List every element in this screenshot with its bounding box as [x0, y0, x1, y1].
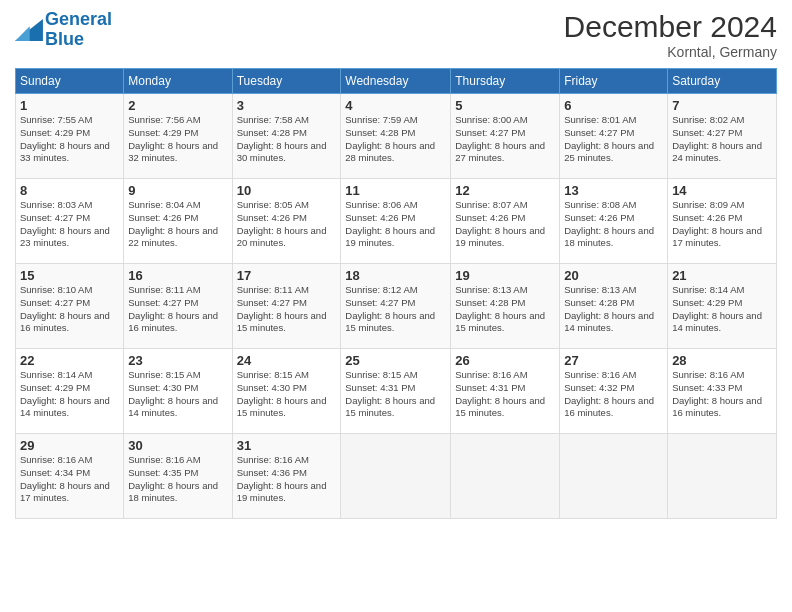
table-row: 21 Sunrise: 8:14 AM Sunset: 4:29 PM Dayl…	[668, 264, 777, 349]
day-info: Sunrise: 8:13 AM Sunset: 4:28 PM Dayligh…	[455, 284, 555, 335]
table-row: 7 Sunrise: 8:02 AM Sunset: 4:27 PM Dayli…	[668, 94, 777, 179]
header: General Blue December 2024 Korntal, Germ…	[15, 10, 777, 60]
day-number: 31	[237, 438, 337, 453]
table-row: 28 Sunrise: 8:16 AM Sunset: 4:33 PM Dayl…	[668, 349, 777, 434]
logo-text: General Blue	[45, 10, 112, 50]
day-info: Sunrise: 8:03 AM Sunset: 4:27 PM Dayligh…	[20, 199, 119, 250]
day-number: 20	[564, 268, 663, 283]
logo-icon	[15, 19, 43, 41]
calendar-container: General Blue December 2024 Korntal, Germ…	[0, 0, 792, 612]
header-monday: Monday	[124, 69, 232, 94]
day-info: Sunrise: 8:00 AM Sunset: 4:27 PM Dayligh…	[455, 114, 555, 165]
month-title: December 2024	[564, 10, 777, 44]
table-row: 11 Sunrise: 8:06 AM Sunset: 4:26 PM Dayl…	[341, 179, 451, 264]
day-number: 9	[128, 183, 227, 198]
day-info: Sunrise: 8:11 AM Sunset: 4:27 PM Dayligh…	[237, 284, 337, 335]
table-row: 17 Sunrise: 8:11 AM Sunset: 4:27 PM Dayl…	[232, 264, 341, 349]
day-number: 25	[345, 353, 446, 368]
day-number: 12	[455, 183, 555, 198]
day-info: Sunrise: 8:08 AM Sunset: 4:26 PM Dayligh…	[564, 199, 663, 250]
day-number: 1	[20, 98, 119, 113]
day-info: Sunrise: 8:16 AM Sunset: 4:35 PM Dayligh…	[128, 454, 227, 505]
calendar-week-row: 29 Sunrise: 8:16 AM Sunset: 4:34 PM Dayl…	[16, 434, 777, 519]
day-info: Sunrise: 8:02 AM Sunset: 4:27 PM Dayligh…	[672, 114, 772, 165]
calendar-body: 1 Sunrise: 7:55 AM Sunset: 4:29 PM Dayli…	[16, 94, 777, 519]
day-number: 28	[672, 353, 772, 368]
table-row: 9 Sunrise: 8:04 AM Sunset: 4:26 PM Dayli…	[124, 179, 232, 264]
day-info: Sunrise: 7:55 AM Sunset: 4:29 PM Dayligh…	[20, 114, 119, 165]
day-number: 14	[672, 183, 772, 198]
table-row: 10 Sunrise: 8:05 AM Sunset: 4:26 PM Dayl…	[232, 179, 341, 264]
table-row: 27 Sunrise: 8:16 AM Sunset: 4:32 PM Dayl…	[560, 349, 668, 434]
day-info: Sunrise: 8:15 AM Sunset: 4:30 PM Dayligh…	[128, 369, 227, 420]
table-row: 4 Sunrise: 7:59 AM Sunset: 4:28 PM Dayli…	[341, 94, 451, 179]
calendar-week-row: 1 Sunrise: 7:55 AM Sunset: 4:29 PM Dayli…	[16, 94, 777, 179]
svg-marker-1	[15, 26, 30, 41]
day-number: 7	[672, 98, 772, 113]
day-number: 10	[237, 183, 337, 198]
day-info: Sunrise: 7:59 AM Sunset: 4:28 PM Dayligh…	[345, 114, 446, 165]
day-info: Sunrise: 8:16 AM Sunset: 4:33 PM Dayligh…	[672, 369, 772, 420]
day-info: Sunrise: 8:13 AM Sunset: 4:28 PM Dayligh…	[564, 284, 663, 335]
table-row: 3 Sunrise: 7:58 AM Sunset: 4:28 PM Dayli…	[232, 94, 341, 179]
day-info: Sunrise: 8:14 AM Sunset: 4:29 PM Dayligh…	[20, 369, 119, 420]
table-row: 18 Sunrise: 8:12 AM Sunset: 4:27 PM Dayl…	[341, 264, 451, 349]
table-row: 8 Sunrise: 8:03 AM Sunset: 4:27 PM Dayli…	[16, 179, 124, 264]
day-number: 6	[564, 98, 663, 113]
day-number: 22	[20, 353, 119, 368]
header-saturday: Saturday	[668, 69, 777, 94]
table-row: 13 Sunrise: 8:08 AM Sunset: 4:26 PM Dayl…	[560, 179, 668, 264]
day-number: 26	[455, 353, 555, 368]
day-info: Sunrise: 8:01 AM Sunset: 4:27 PM Dayligh…	[564, 114, 663, 165]
day-info: Sunrise: 8:15 AM Sunset: 4:31 PM Dayligh…	[345, 369, 446, 420]
table-row: 19 Sunrise: 8:13 AM Sunset: 4:28 PM Dayl…	[451, 264, 560, 349]
table-row	[560, 434, 668, 519]
day-info: Sunrise: 7:58 AM Sunset: 4:28 PM Dayligh…	[237, 114, 337, 165]
table-row: 6 Sunrise: 8:01 AM Sunset: 4:27 PM Dayli…	[560, 94, 668, 179]
table-row: 22 Sunrise: 8:14 AM Sunset: 4:29 PM Dayl…	[16, 349, 124, 434]
table-row	[341, 434, 451, 519]
day-info: Sunrise: 8:04 AM Sunset: 4:26 PM Dayligh…	[128, 199, 227, 250]
table-row: 26 Sunrise: 8:16 AM Sunset: 4:31 PM Dayl…	[451, 349, 560, 434]
day-info: Sunrise: 8:09 AM Sunset: 4:26 PM Dayligh…	[672, 199, 772, 250]
day-number: 13	[564, 183, 663, 198]
day-info: Sunrise: 8:16 AM Sunset: 4:31 PM Dayligh…	[455, 369, 555, 420]
table-row: 1 Sunrise: 7:55 AM Sunset: 4:29 PM Dayli…	[16, 94, 124, 179]
title-section: December 2024 Korntal, Germany	[564, 10, 777, 60]
day-number: 23	[128, 353, 227, 368]
day-info: Sunrise: 8:11 AM Sunset: 4:27 PM Dayligh…	[128, 284, 227, 335]
table-row: 12 Sunrise: 8:07 AM Sunset: 4:26 PM Dayl…	[451, 179, 560, 264]
day-number: 4	[345, 98, 446, 113]
calendar-table: Sunday Monday Tuesday Wednesday Thursday…	[15, 68, 777, 519]
day-number: 3	[237, 98, 337, 113]
calendar-week-row: 22 Sunrise: 8:14 AM Sunset: 4:29 PM Dayl…	[16, 349, 777, 434]
day-number: 15	[20, 268, 119, 283]
header-sunday: Sunday	[16, 69, 124, 94]
header-wednesday: Wednesday	[341, 69, 451, 94]
day-info: Sunrise: 8:16 AM Sunset: 4:36 PM Dayligh…	[237, 454, 337, 505]
table-row: 16 Sunrise: 8:11 AM Sunset: 4:27 PM Dayl…	[124, 264, 232, 349]
day-info: Sunrise: 8:12 AM Sunset: 4:27 PM Dayligh…	[345, 284, 446, 335]
table-row: 15 Sunrise: 8:10 AM Sunset: 4:27 PM Dayl…	[16, 264, 124, 349]
day-number: 17	[237, 268, 337, 283]
day-number: 30	[128, 438, 227, 453]
day-headers-row: Sunday Monday Tuesday Wednesday Thursday…	[16, 69, 777, 94]
calendar-week-row: 15 Sunrise: 8:10 AM Sunset: 4:27 PM Dayl…	[16, 264, 777, 349]
day-info: Sunrise: 8:16 AM Sunset: 4:34 PM Dayligh…	[20, 454, 119, 505]
table-row: 14 Sunrise: 8:09 AM Sunset: 4:26 PM Dayl…	[668, 179, 777, 264]
day-info: Sunrise: 8:14 AM Sunset: 4:29 PM Dayligh…	[672, 284, 772, 335]
table-row: 25 Sunrise: 8:15 AM Sunset: 4:31 PM Dayl…	[341, 349, 451, 434]
table-row: 2 Sunrise: 7:56 AM Sunset: 4:29 PM Dayli…	[124, 94, 232, 179]
day-info: Sunrise: 8:15 AM Sunset: 4:30 PM Dayligh…	[237, 369, 337, 420]
table-row: 31 Sunrise: 8:16 AM Sunset: 4:36 PM Dayl…	[232, 434, 341, 519]
table-row: 20 Sunrise: 8:13 AM Sunset: 4:28 PM Dayl…	[560, 264, 668, 349]
header-thursday: Thursday	[451, 69, 560, 94]
day-number: 18	[345, 268, 446, 283]
header-tuesday: Tuesday	[232, 69, 341, 94]
day-number: 2	[128, 98, 227, 113]
table-row	[451, 434, 560, 519]
day-number: 29	[20, 438, 119, 453]
table-row: 5 Sunrise: 8:00 AM Sunset: 4:27 PM Dayli…	[451, 94, 560, 179]
day-info: Sunrise: 8:05 AM Sunset: 4:26 PM Dayligh…	[237, 199, 337, 250]
table-row: 29 Sunrise: 8:16 AM Sunset: 4:34 PM Dayl…	[16, 434, 124, 519]
